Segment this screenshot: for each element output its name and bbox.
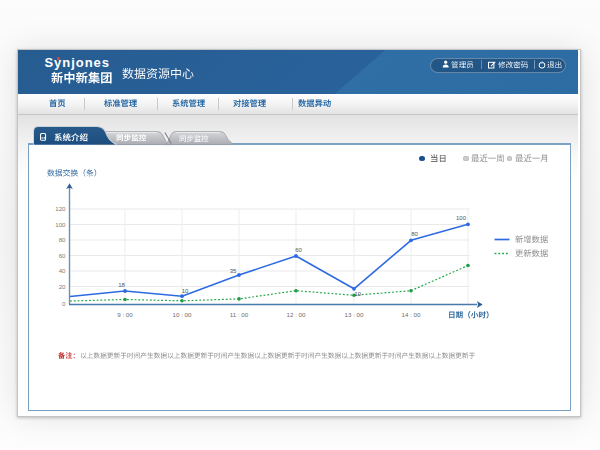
svg-text:10: 10 <box>354 291 361 297</box>
svg-text:14 : 00: 14 : 00 <box>402 311 421 318</box>
svg-text:35: 35 <box>230 268 237 274</box>
svg-text:60: 60 <box>59 252 66 259</box>
svg-text:100: 100 <box>55 221 66 228</box>
svg-text:9 : 00: 9 : 00 <box>117 311 133 318</box>
svg-text:120: 120 <box>55 205 66 212</box>
svg-text:11 : 00: 11 : 00 <box>230 311 249 318</box>
svg-text:18: 18 <box>118 282 125 288</box>
svg-text:80: 80 <box>411 231 418 237</box>
svg-text:10: 10 <box>182 288 189 294</box>
svg-text:13 : 00: 13 : 00 <box>345 311 364 318</box>
svg-text:20: 20 <box>59 283 66 290</box>
svg-text:100: 100 <box>456 215 467 221</box>
svg-text:12 : 00: 12 : 00 <box>287 311 306 318</box>
svg-text:60: 60 <box>295 247 302 253</box>
svg-text:10 : 00: 10 : 00 <box>173 311 192 318</box>
svg-text:40: 40 <box>59 267 66 274</box>
svg-text:80: 80 <box>59 236 66 243</box>
svg-text:0: 0 <box>62 300 66 307</box>
